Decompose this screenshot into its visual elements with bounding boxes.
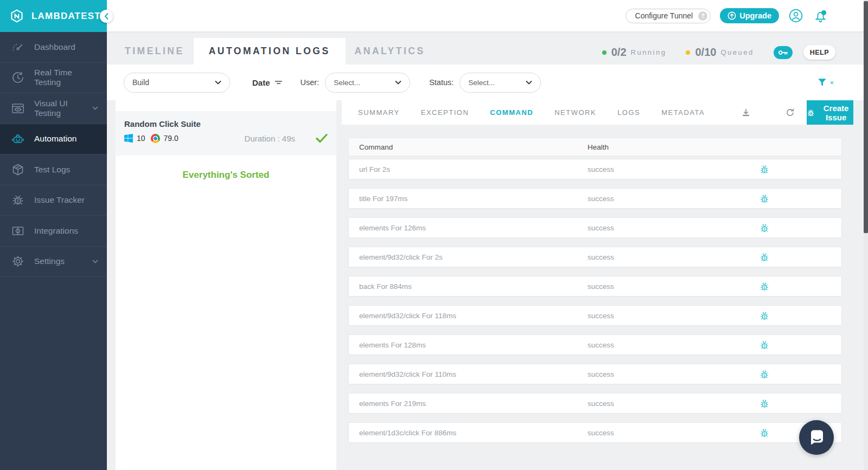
health-cell: success <box>588 195 687 203</box>
health-cell: success <box>588 312 687 320</box>
upgrade-button[interactable]: Upgrade <box>720 8 779 23</box>
scrollbar-thumb[interactable] <box>864 1 868 233</box>
command-cell: element/9d32/click For 110ms <box>349 370 588 378</box>
queued-dot <box>686 50 690 55</box>
table-row[interactable]: title For 197ms success <box>348 188 842 209</box>
tab-timeline[interactable]: TIMELINE <box>116 38 194 65</box>
tab-automation-logs[interactable]: AUTOMATION LOGS <box>194 38 346 65</box>
windows-icon <box>124 134 133 143</box>
lambdatest-logo-icon <box>9 9 24 24</box>
detail-tabs: SUMMARY EXCEPTION COMMAND NETWORK LOGS M… <box>342 100 853 125</box>
chevron-down-icon <box>92 106 98 110</box>
sidebar-item-real-time-testing[interactable]: Real Time Testing <box>0 63 107 94</box>
suite-card[interactable]: Random Click Suite 10 79.0 Duration : 49… <box>116 111 336 156</box>
automation-robot-icon <box>11 132 25 146</box>
success-check-icon <box>316 133 328 143</box>
sidebar-item-label: Integrations <box>34 226 78 236</box>
tab-metadata[interactable]: METADATA <box>661 108 705 117</box>
table-row[interactable]: url For 2s success <box>348 159 842 179</box>
report-bug-icon[interactable] <box>760 369 769 379</box>
report-bug-icon[interactable] <box>760 281 769 292</box>
health-cell: success <box>588 224 687 232</box>
tab-analytics[interactable]: ANALYTICS <box>346 38 435 65</box>
create-issue-button[interactable]: Create Issue <box>807 100 853 125</box>
health-cell: success <box>588 341 687 349</box>
health-cell: success <box>588 400 687 408</box>
tab-network[interactable]: NETWORK <box>554 108 596 117</box>
date-filter-label: Date <box>252 78 270 87</box>
sidebar-item-label: Dashboard <box>34 42 75 52</box>
health-cell: success <box>588 370 687 378</box>
report-bug-icon[interactable] <box>760 428 769 438</box>
sidebar-item-dashboard[interactable]: Dashboard <box>0 32 107 63</box>
tab-logs[interactable]: LOGS <box>617 108 640 117</box>
sidebar-collapse-button[interactable] <box>100 10 113 23</box>
running-label: Running <box>631 48 667 56</box>
report-bug-icon[interactable] <box>760 340 769 350</box>
table-row[interactable]: element/1d3c/click For 886ms success <box>348 422 842 443</box>
build-filter-select[interactable]: Build <box>124 73 230 93</box>
table-row[interactable]: back For 884ms success <box>348 276 842 297</box>
command-table-header: Command Health <box>348 138 842 156</box>
suite-duration: Duration : 49s <box>245 134 295 143</box>
report-bug-icon[interactable] <box>760 194 769 204</box>
funnel-filter-icon <box>818 78 827 87</box>
issue-tracker-bug-icon <box>11 193 25 208</box>
health-cell: success <box>588 165 687 173</box>
command-cell: elements For 219ms <box>349 400 588 408</box>
browser-version: 79.0 <box>164 134 178 143</box>
visual-ui-testing-icon <box>11 101 25 115</box>
health-header: Health <box>588 143 687 151</box>
suite-name: Random Click Suite <box>124 119 328 128</box>
table-row[interactable]: elements For 219ms success <box>348 393 842 414</box>
notifications-bell-icon[interactable] <box>813 9 828 23</box>
sidebar-item-integrations[interactable]: Integrations <box>0 216 107 247</box>
table-row[interactable]: element/9d32/click For 110ms success <box>348 364 842 384</box>
table-row[interactable]: elements For 126ms success <box>348 217 842 238</box>
sidebar-item-automation[interactable]: Automation <box>0 124 107 155</box>
chat-widget-button[interactable] <box>799 420 834 455</box>
command-cell: element/9d32/click For 118ms <box>349 312 588 320</box>
command-cell: title For 197ms <box>349 195 588 203</box>
help-button[interactable]: HELP <box>803 45 835 60</box>
report-bug-icon[interactable] <box>760 252 769 262</box>
avatar[interactable] <box>788 8 803 23</box>
sidebar-item-test-logs[interactable]: Test Logs <box>0 154 107 185</box>
user-filter-select[interactable]: Select... <box>325 73 410 93</box>
health-cell: success <box>588 429 687 437</box>
table-row[interactable]: elements For 128ms success <box>348 334 842 355</box>
report-bug-icon[interactable] <box>760 164 769 175</box>
bug-icon <box>807 108 815 117</box>
build-filter-value: Build <box>132 78 149 87</box>
status-filter-label: Status: <box>429 78 454 87</box>
table-row[interactable]: element/9d32/click For 118ms success <box>348 305 842 326</box>
access-key-button[interactable] <box>774 46 793 59</box>
concurrency-stats: 0/2 Running 0/10 Queued HELP <box>602 45 868 60</box>
tab-command[interactable]: COMMAND <box>490 108 533 117</box>
sidebar-item-settings[interactable]: Settings <box>0 247 107 278</box>
dashboard-icon <box>11 40 25 54</box>
tab-summary[interactable]: SUMMARY <box>358 108 400 117</box>
user-filter-label: User: <box>301 78 320 87</box>
report-bug-icon[interactable] <box>760 311 769 321</box>
command-cell: url For 2s <box>349 165 588 173</box>
tunnel-help-icon[interactable]: ? <box>698 11 707 21</box>
report-bug-icon[interactable] <box>760 223 769 233</box>
date-filter[interactable]: Date <box>252 78 283 87</box>
refresh-icon[interactable] <box>786 108 795 117</box>
queued-label: Queued <box>720 48 754 56</box>
test-logs-box-icon <box>11 162 25 177</box>
sidebar-item-issue-tracker[interactable]: Issue Tracker <box>0 185 107 216</box>
status-filter-select[interactable]: Select... <box>459 73 541 93</box>
configure-tunnel-button[interactable]: Configure Tunnel ? <box>626 9 711 23</box>
page-scrollbar[interactable] <box>864 0 868 470</box>
table-row[interactable]: element/9d32/click For 2s success <box>348 247 842 267</box>
sidebar-item-label: Test Logs <box>34 165 70 175</box>
sidebar-item-label: Settings <box>34 256 65 266</box>
sidebar-item-visual-ui-testing[interactable]: Visual UI Testing <box>0 93 107 124</box>
test-detail-panel: SUMMARY EXCEPTION COMMAND NETWORK LOGS M… <box>342 100 853 470</box>
clear-filters-button[interactable]: × <box>818 78 834 87</box>
report-bug-icon[interactable] <box>760 398 769 409</box>
download-icon[interactable] <box>741 108 751 118</box>
tab-exception[interactable]: EXCEPTION <box>421 108 469 117</box>
